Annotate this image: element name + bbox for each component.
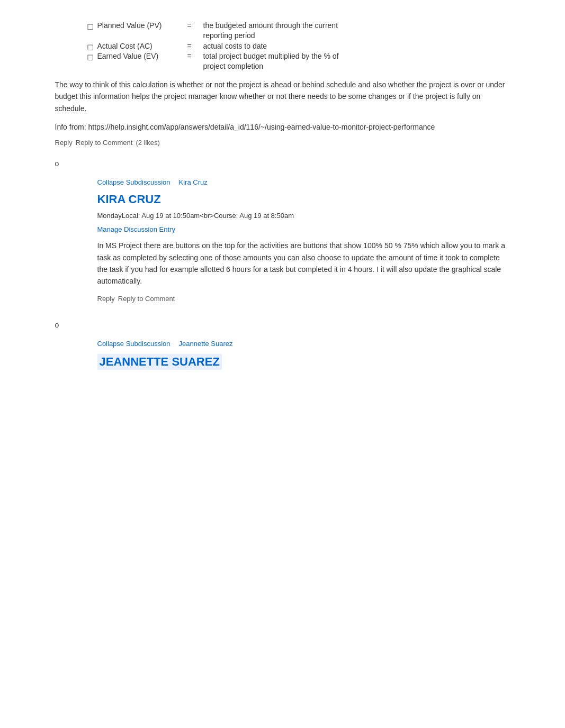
def-row-ac: ◻ Actual Cost (AC) = actual costs to dat…	[87, 42, 510, 52]
term-pv: Planned Value (PV)	[97, 21, 187, 30]
jeannette-collapse-link[interactable]: Collapse Subdiscussion	[97, 340, 171, 348]
desc-ev: total project budget multiplied by the %…	[203, 52, 510, 60]
term-ac: Actual Cost (AC)	[97, 42, 187, 50]
term-ev: Earned Value (EV)	[97, 52, 187, 60]
desc-ac: actual costs to date	[203, 42, 510, 50]
prev-post-section: ◻ Planned Value (PV) = the budgeted amou…	[55, 11, 510, 152]
jeannette-collapse-row: Collapse Subdiscussion Jeannette Suarez	[97, 340, 510, 348]
bullet-ac: ◻	[87, 42, 97, 52]
prev-post-actions: Reply Reply to Comment (2 likes)	[55, 139, 510, 147]
def-row-pv: ◻ Planned Value (PV) = the budgeted amou…	[87, 21, 510, 42]
kira-author-heading[interactable]: KIRA CRUZ	[97, 193, 161, 206]
kira-author-small[interactable]: Kira Cruz	[179, 178, 208, 186]
kira-collapse-row: Collapse Subdiscussion Kira Cruz	[97, 178, 510, 186]
separator-bullet-1: o	[55, 157, 71, 168]
likes-count-prev: (2 likes)	[136, 139, 160, 147]
eq-ev: =	[187, 52, 203, 60]
jeannette-author-heading[interactable]: JEANNETTE SUAREZ	[97, 354, 222, 370]
kira-block: Collapse Subdiscussion Kira Cruz KIRA CR…	[97, 173, 510, 313]
desc-ev-continued: project completion	[203, 62, 510, 70]
desc-pv: the budgeted amount through the current	[203, 21, 510, 30]
prev-post-info: Info from: https://help.insight.com/app/…	[55, 123, 510, 131]
separator-bullet-2: o	[55, 319, 71, 329]
bullet-pv: ◻	[87, 21, 97, 31]
kira-timestamp: MondayLocal: Aug 19 at 10:50am<br>Course…	[97, 212, 510, 220]
bullet-ev: ◻	[87, 52, 97, 62]
kira-post-actions: Reply Reply to Comment	[97, 295, 510, 303]
kira-reply-comment-button[interactable]: Reply to Comment	[118, 295, 175, 303]
reply-comment-button-prev[interactable]: Reply to Comment	[76, 139, 133, 147]
prev-post-body: The way to think of this calculation is …	[55, 79, 510, 114]
jeannette-author-small[interactable]: Jeannette Suarez	[179, 340, 233, 348]
def-row-ev: ◻ Earned Value (EV) = total project budg…	[87, 52, 510, 72]
separator-row-1: o	[55, 157, 510, 168]
jeannette-block: Collapse Subdiscussion Jeannette Suarez …	[97, 334, 510, 380]
eq-pv: =	[187, 21, 203, 30]
eq-ac: =	[187, 42, 203, 50]
kira-collapse-link[interactable]: Collapse Subdiscussion	[97, 178, 171, 186]
kira-entry-body: In MS Project there are buttons on the t…	[97, 240, 510, 287]
reply-button-prev[interactable]: Reply	[55, 139, 73, 147]
definitions-table: ◻ Planned Value (PV) = the budgeted amou…	[87, 21, 510, 72]
kira-manage-link[interactable]: Manage Discussion Entry	[97, 225, 175, 233]
page-wrapper: ◻ Planned Value (PV) = the budgeted amou…	[44, 11, 521, 380]
desc-pv-continued: reporting period	[203, 31, 510, 40]
separator-row-2: o	[55, 319, 510, 329]
kira-reply-button[interactable]: Reply	[97, 295, 115, 303]
